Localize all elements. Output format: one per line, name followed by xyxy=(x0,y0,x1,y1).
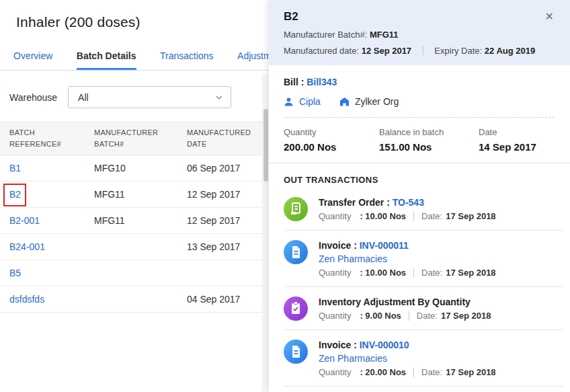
invoice-link[interactable]: INV-000011 xyxy=(360,240,409,251)
tab-batch-details[interactable]: Batch Details xyxy=(77,50,136,70)
date-label: Date: xyxy=(417,311,438,321)
manufacturer-batch-line: Manufacturer Batch#: MFG11 xyxy=(284,30,557,40)
dates-line: Manufactured date: 12 Sep 2017 Expiry Da… xyxy=(284,46,557,56)
transaction-type-label: Invoice : xyxy=(319,340,357,350)
out-transactions-section: OUT TRANSACTIONS Transfer Order : TO-543 xyxy=(269,163,570,387)
transfer-order-icon xyxy=(284,197,308,221)
date-value: 17 Sep 2018 xyxy=(441,311,491,321)
quantity-value: : 9.00 Nos xyxy=(360,311,401,321)
quantity-value: : 20.00 Nos xyxy=(360,367,406,377)
separator xyxy=(413,368,414,377)
warehouse-select[interactable]: All xyxy=(68,86,231,108)
date-value: 17 Sep 2018 xyxy=(446,211,495,221)
balance-label: Balance in batch xyxy=(379,127,479,137)
cell-manufacturer-batch: MFG11 xyxy=(85,208,177,234)
bill-label: Bill : xyxy=(284,77,304,87)
batch-link-b2[interactable]: B2 xyxy=(9,189,21,200)
transfer-order-link[interactable]: TO-543 xyxy=(393,197,424,208)
transaction-inventory-adjustment: Inventory Adjustment By Quantity Quantit… xyxy=(284,287,563,330)
balance-value: 151.00 Nos xyxy=(379,141,479,153)
manufacturer-batch-value: MFG11 xyxy=(370,30,399,40)
batch-link-b5[interactable]: B5 xyxy=(9,268,21,278)
transaction-invoice: Invoice : INV-000010 Zen Pharmacies Quan… xyxy=(284,330,563,387)
transaction-type-label: Invoice : xyxy=(319,240,357,251)
col-manufacturer-batch: MANUFACTURER BATCH# xyxy=(85,122,177,155)
manufactured-date-value: 12 Sep 2017 xyxy=(362,46,411,56)
transaction-list: Transfer Order : TO-543 Quantity : 10.00… xyxy=(284,188,563,387)
vendor-link[interactable]: Cipla xyxy=(284,96,321,107)
vendor-name: Cipla xyxy=(299,96,321,107)
adjustment-icon xyxy=(284,297,308,321)
panel-header: B2 ✕ Manufacturer Batch#: MFG11 Manufact… xyxy=(269,0,570,65)
quantity-value: 200.00 Nos xyxy=(284,141,379,153)
manufacturer-batch-label: Manufacturer Batch#: xyxy=(284,30,367,40)
batch-link-b1[interactable]: B1 xyxy=(9,163,21,173)
cell-manufacturer-batch xyxy=(85,286,177,313)
date-label: Date: xyxy=(421,367,442,377)
quantity-label: Quantity xyxy=(319,268,351,278)
quantity-value: : 10.00 Nos xyxy=(360,268,406,278)
customer-link[interactable]: Zen Pharmacies xyxy=(319,253,496,264)
date-label: Date xyxy=(479,127,536,137)
warehouse-label: Warehouse xyxy=(9,92,57,103)
transaction-invoice: Invoice : INV-000011 Zen Pharmacies Quan… xyxy=(284,231,563,287)
home-icon xyxy=(339,97,350,107)
date-value: 17 Sep 2018 xyxy=(446,268,495,278)
separator xyxy=(413,212,414,221)
person-icon xyxy=(284,97,294,107)
quantity-label: Quantity xyxy=(284,127,379,137)
batch-stats: Quantity 200.00 Nos Balance in batch 151… xyxy=(269,118,570,163)
vertical-scrollbar[interactable] xyxy=(262,74,268,392)
cell-manufacturer-batch: MFG11 xyxy=(85,182,177,208)
batch-link-b24-001[interactable]: B24-001 xyxy=(9,241,45,252)
transaction-transfer-order: Transfer Order : TO-543 Quantity : 10.00… xyxy=(284,188,563,231)
batch-detail-panel: B2 ✕ Manufacturer Batch#: MFG11 Manufact… xyxy=(269,0,570,392)
expiry-date-value: 22 Aug 2019 xyxy=(485,46,535,56)
out-transactions-heading: OUT TRANSACTIONS xyxy=(284,175,563,185)
cell-manufacturer-batch xyxy=(85,260,177,286)
warehouse-selected-value: All xyxy=(78,92,89,103)
quantity-label: Quantity xyxy=(319,211,351,221)
batch-link-dsfdsfds[interactable]: dsfdsfds xyxy=(9,294,44,305)
bill-section: Bill : Bill343 Cipla Zylker Org xyxy=(269,65,570,107)
organization: Zylker Org xyxy=(339,96,399,107)
chevron-down-icon xyxy=(216,95,222,100)
date-value: 14 Sep 2017 xyxy=(479,141,536,153)
invoice-icon xyxy=(284,340,308,364)
customer-link[interactable]: Zen Pharmacies xyxy=(319,353,496,364)
invoice-link[interactable]: INV-000010 xyxy=(360,340,409,350)
tab-transactions[interactable]: Transactions xyxy=(160,50,214,70)
cell-manufacturer-batch: MFG10 xyxy=(85,155,177,182)
date-label: Date: xyxy=(421,211,442,221)
batch-link-b2-001[interactable]: B2-001 xyxy=(9,215,40,226)
invoice-icon xyxy=(284,240,308,264)
quantity-label: Quantity xyxy=(319,367,351,377)
organization-name: Zylker Org xyxy=(355,96,399,107)
scrollbar-thumb[interactable] xyxy=(263,109,268,182)
expiry-date-label: Expiry Date: xyxy=(434,46,482,56)
separator xyxy=(423,46,423,55)
separator xyxy=(409,311,409,321)
cell-manufacturer-batch xyxy=(85,234,177,260)
manufactured-date-label: Manufactured date: xyxy=(284,46,359,56)
bill-number-link[interactable]: Bill343 xyxy=(307,77,337,87)
transaction-type-label: Inventory Adjustment By Quantity xyxy=(319,297,471,307)
quantity-label: Quantity xyxy=(319,311,351,321)
date-label: Date: xyxy=(421,268,442,278)
tab-overview[interactable]: Overview xyxy=(13,50,52,70)
panel-title: B2 xyxy=(284,10,298,24)
close-icon[interactable]: ✕ xyxy=(542,10,557,24)
separator xyxy=(413,268,414,278)
col-batch-reference: BATCH REFERENCE# xyxy=(0,122,85,155)
transaction-type-label: Transfer Order : xyxy=(319,197,390,208)
quantity-value: : 10.00 Nos xyxy=(360,211,406,221)
date-value: 17 Sep 2018 xyxy=(446,367,495,377)
